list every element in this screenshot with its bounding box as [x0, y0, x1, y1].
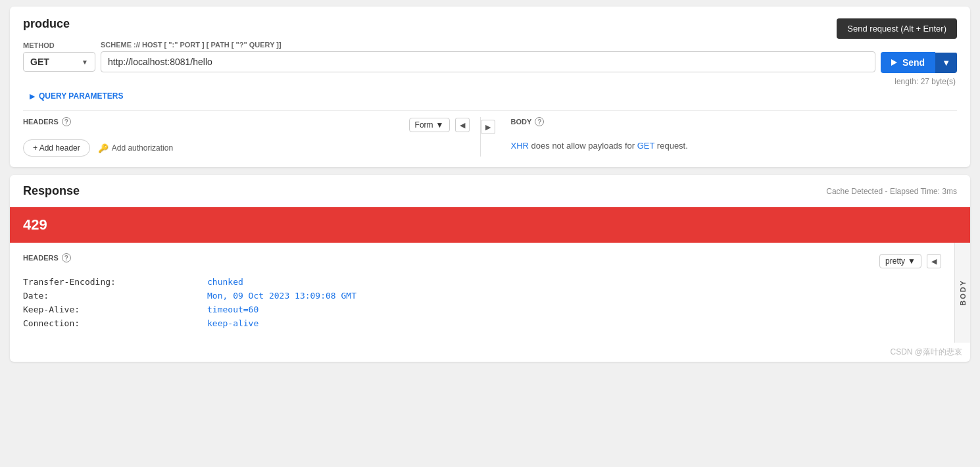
method-dropdown-arrow-icon: ▼	[82, 59, 88, 66]
page-title: produce	[23, 17, 70, 31]
url-input[interactable]	[101, 51, 875, 72]
header-key: Date:	[23, 291, 207, 301]
header-key: Keep-Alive:	[23, 305, 207, 314]
method-dropdown[interactable]: GET ▼	[23, 52, 95, 72]
send-icon	[891, 59, 897, 66]
table-row: Transfer-Encoding: chunked	[23, 277, 941, 287]
form-label: Form	[415, 120, 433, 130]
pretty-dropdown[interactable]: pretty ▼	[879, 254, 921, 268]
headers-help-icon[interactable]: ?	[62, 117, 71, 126]
elapsed-time: Cache Detected - Elapsed Time: 3ms	[826, 187, 957, 196]
header-key: Transfer-Encoding:	[23, 277, 207, 287]
body-tab-label: BODY	[959, 280, 967, 306]
pretty-label: pretty	[885, 257, 905, 266]
scheme-label: SCHEME :// HOST [ ":" PORT ] [ PATH [ "?…	[101, 41, 875, 49]
body-label: BODY	[511, 118, 532, 126]
header-value: keep-alive	[207, 318, 258, 328]
header-value: chunked	[207, 277, 243, 287]
body-tab-panel[interactable]: BODY	[954, 243, 970, 343]
response-title: Response	[23, 184, 80, 198]
response-headers-help-icon[interactable]: ?	[62, 253, 71, 262]
nav-right-arrow-btn[interactable]: ▶	[481, 120, 495, 134]
body-section-label: BODY ?	[511, 117, 545, 126]
table-row: Date: Mon, 09 Oct 2023 13:09:08 GMT	[23, 291, 941, 301]
response-headers-label: HEADERS ?	[23, 253, 71, 262]
key-icon: 🔑	[98, 143, 109, 153]
header-value: timeout=60	[207, 305, 258, 314]
divider	[23, 110, 957, 111]
form-dropdown-arrow-icon: ▼	[436, 120, 444, 130]
form-dropdown[interactable]: Form ▼	[409, 118, 450, 132]
response-nav-left-btn[interactable]: ◀	[927, 254, 941, 268]
response-headers-table: Transfer-Encoding: chunked Date: Mon, 09…	[23, 277, 941, 328]
nav-left-arrow-btn[interactable]: ◀	[455, 118, 470, 132]
query-params-toggle[interactable]: QUERY PARAMETERS	[39, 91, 123, 101]
send-button[interactable]: Send	[881, 52, 935, 73]
add-header-button[interactable]: + Add header	[23, 139, 90, 157]
send-button-group: Send ▼	[881, 52, 957, 73]
send-request-tooltip-btn[interactable]: Send request (Alt + Enter)	[837, 18, 957, 39]
watermark: CSDN @落叶的悲哀	[10, 343, 970, 362]
get-link[interactable]: GET	[637, 141, 655, 151]
body-help-icon[interactable]: ?	[535, 117, 544, 126]
header-value: Mon, 09 Oct 2023 13:09:08 GMT	[207, 291, 356, 301]
method-value: GET	[30, 57, 49, 67]
add-authorization-button[interactable]: 🔑 Add authorization	[98, 143, 173, 153]
length-text: length: 27 byte(s)	[23, 77, 957, 86]
method-label: METHOD	[23, 41, 95, 49]
headers-label: HEADERS	[23, 118, 59, 126]
response-headers-label-text: HEADERS	[23, 254, 59, 262]
headers-section-label: HEADERS ?	[23, 117, 71, 126]
table-row: Connection: keep-alive	[23, 318, 941, 328]
send-dropdown-btn[interactable]: ▼	[935, 53, 957, 73]
status-code: 429	[23, 216, 957, 234]
status-bar: 429	[10, 207, 970, 243]
table-row: Keep-Alive: timeout=60	[23, 305, 941, 314]
add-authorization-label: Add authorization	[112, 143, 173, 153]
body-message: XHR does not allow payloads for GET requ…	[511, 139, 958, 153]
xhr-link[interactable]: XHR	[511, 141, 529, 151]
query-params-arrow-icon: ▶	[30, 92, 35, 101]
pretty-dropdown-arrow-icon: ▼	[908, 257, 916, 266]
header-key: Connection:	[23, 318, 207, 328]
send-label: Send	[902, 57, 925, 68]
